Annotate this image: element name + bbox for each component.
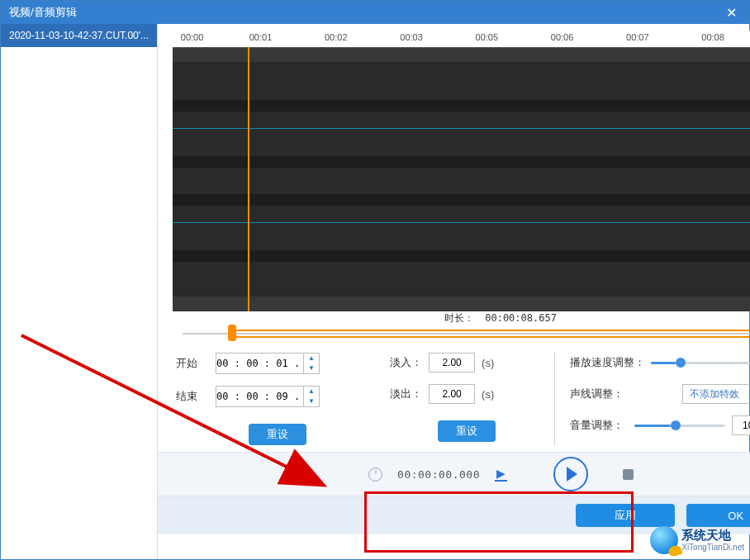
fadein-input[interactable]	[429, 353, 475, 373]
start-time-input[interactable]	[216, 354, 303, 373]
apply-button[interactable]: 应用	[576, 504, 675, 527]
duration-label: 时长：	[444, 312, 474, 324]
titlebar: 视频/音频剪辑 ✕	[1, 1, 749, 24]
window-title: 视频/音频剪辑	[9, 5, 77, 20]
volume-value-input[interactable]	[732, 415, 750, 435]
waveform-area[interactable]	[173, 47, 750, 311]
speed-slider[interactable]	[651, 354, 750, 371]
selection-bar: 时长： 00:00:08.657	[173, 311, 750, 341]
ruler-tick: 00:08	[701, 32, 724, 42]
file-sidebar: 2020-11-03-10-42-37.CUT.00'...	[1, 24, 158, 559]
watermark-name: 系统天地	[681, 529, 744, 543]
timeline-ruler: 00:00 00:01 00:02 00:03 00:05 00:06 00:0…	[158, 31, 750, 47]
start-time-stepper[interactable]: ▲▼	[216, 353, 320, 374]
playback-time: 00:00:00.000	[397, 468, 480, 481]
ruler-tick: 00:00	[181, 32, 204, 42]
chevron-up-icon[interactable]: ▲	[304, 354, 319, 363]
fadeout-input[interactable]	[429, 384, 475, 404]
selection-start-handle[interactable]	[228, 325, 236, 341]
close-button[interactable]: ✕	[714, 1, 748, 24]
play-button[interactable]	[553, 457, 588, 491]
end-time-input[interactable]	[216, 387, 303, 406]
clock-icon	[368, 467, 382, 482]
voice-effect-selected: 不添加特效	[690, 387, 739, 401]
chevron-down-icon[interactable]: ▼	[304, 363, 319, 373]
globe-icon	[650, 526, 678, 554]
playback-bar: 00:00:00.000 ▶	[158, 452, 750, 496]
watermark-url: XiTongTianDi.net	[681, 543, 744, 552]
fadein-unit: (s)	[482, 357, 494, 369]
ruler-tick: 00:05	[476, 32, 499, 42]
ruler-tick: 00:02	[325, 32, 348, 42]
selection-range[interactable]	[232, 330, 750, 338]
volume-slider[interactable]	[634, 417, 725, 434]
ruler-tick: 00:03	[400, 32, 423, 42]
watermark-logo: 系统天地 XiTongTianDi.net	[650, 526, 744, 554]
ruler-tick: 00:06	[551, 32, 574, 42]
reset-fade-button[interactable]: 重设	[438, 420, 496, 442]
chevron-down-icon[interactable]: ▼	[304, 396, 319, 406]
reset-trim-button[interactable]: 重设	[249, 424, 306, 445]
voice-effect-select[interactable]: 不添加特效 ▼	[682, 384, 750, 404]
fadein-label: 淡入：	[390, 355, 422, 370]
stop-button[interactable]	[623, 469, 634, 480]
end-label: 结束	[176, 389, 209, 404]
fadeout-unit: (s)	[482, 388, 494, 401]
ruler-tick: 00:07	[626, 32, 649, 42]
voice-label: 声线调整：	[570, 387, 628, 401]
start-label: 开始	[176, 356, 209, 371]
step-play-icon[interactable]: ▶	[495, 467, 507, 482]
duration-readout: 时长： 00:00:08.657	[173, 311, 750, 325]
close-icon: ✕	[726, 5, 737, 21]
play-icon	[567, 467, 577, 482]
duration-value: 00:00:08.657	[485, 312, 557, 324]
ok-button[interactable]: OK	[686, 504, 750, 527]
file-list-item[interactable]: 2020-11-03-10-42-37.CUT.00'...	[1, 24, 157, 47]
end-time-stepper[interactable]: ▲▼	[216, 386, 320, 407]
volume-label: 音量调整：	[570, 418, 628, 433]
speed-label: 播放速度调整：	[570, 355, 644, 370]
start-marker[interactable]	[248, 47, 249, 311]
fadeout-label: 淡出：	[390, 387, 422, 401]
ruler-tick: 00:01	[249, 32, 273, 42]
chevron-up-icon[interactable]: ▲	[304, 387, 319, 396]
waveform-canvas	[173, 47, 750, 311]
